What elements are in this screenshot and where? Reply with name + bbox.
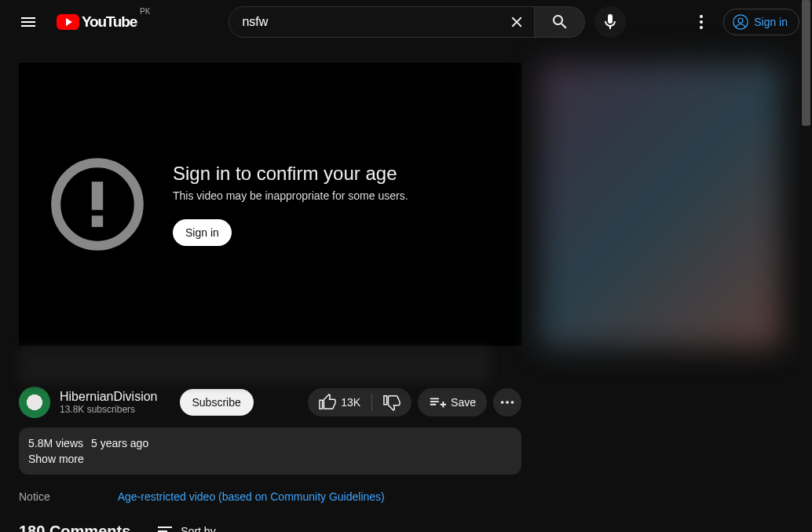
scrollbar-thumb[interactable] [802,0,810,126]
country-code: PK [140,7,150,16]
video-player: Sign in to confirm your age This video m… [19,63,521,346]
upload-date: 5 years ago [91,437,148,449]
svg-point-3 [733,15,748,29]
svg-point-8 [501,401,504,404]
user-circle-icon [732,13,749,31]
thumb-down-icon [383,394,401,411]
player-signin-button[interactable]: Sign in [173,219,232,246]
video-actions: 13K Save [308,388,521,416]
search-icon [550,13,569,31]
hamburger-icon [19,13,38,31]
video-title-redacted [19,347,490,383]
masthead: YouTube PK Sign in [0,0,812,44]
subscribe-button[interactable]: Subscribe [180,389,254,416]
signin-button[interactable]: Sign in [723,9,799,35]
related-thumbnail-redacted [540,63,781,347]
channel-name[interactable]: HibernianDivision [60,390,158,404]
sort-icon [155,522,174,532]
search-button[interactable] [535,6,585,38]
more-actions-button[interactable] [493,388,521,416]
svg-point-10 [511,401,514,404]
page-content: Sign in to confirm your age This video m… [0,44,812,532]
like-button[interactable]: 13K [308,388,371,416]
age-gate: Sign in to confirm your age This video m… [173,163,408,246]
svg-point-9 [506,401,509,404]
primary-column: Sign in to confirm your age This video m… [19,63,521,532]
voice-search-button[interactable] [594,6,626,38]
close-icon [508,13,525,31]
playlist-add-icon [429,394,446,411]
age-gate-subtitle: This video may be inappropriate for some… [173,189,408,202]
svg-point-2 [700,26,703,29]
youtube-play-icon [57,14,79,30]
more-vert-icon [692,13,711,31]
youtube-logo[interactable]: YouTube PK [50,13,156,31]
search-box [229,6,535,38]
warning-icon [50,157,144,251]
guide-menu-button[interactable] [13,6,44,38]
svg-rect-6 [92,182,103,210]
video-owner-row: HibernianDivision 13.8K subscribers Subs… [19,387,521,418]
subscriber-count: 13.8K subscribers [60,404,158,415]
sort-comments-button[interactable]: Sort by [155,522,215,532]
video-stats: 5.8M views 5 years ago [28,437,512,449]
comments-header: 180 Comments Sort by [19,522,521,532]
notice-label: Notice [19,490,50,503]
channel-avatar[interactable] [19,387,50,418]
more-horiz-icon [499,394,516,411]
svg-point-4 [738,18,743,23]
mic-icon [601,13,620,31]
like-dislike-pill: 13K [308,388,411,416]
show-more-button[interactable]: Show more [28,453,512,465]
secondary-column [540,63,781,532]
dislike-button[interactable] [372,388,411,416]
age-gate-title: Sign in to confirm your age [173,163,408,185]
notice-row: Notice Age-restricted video (based on Co… [19,490,521,503]
comment-count: 180 Comments [19,523,130,533]
signin-label: Sign in [754,16,788,28]
clear-search-button[interactable] [503,8,531,36]
sort-label: Sort by [181,525,215,532]
save-button[interactable]: Save [418,388,487,416]
svg-rect-7 [92,215,103,226]
header-right: Sign in [686,6,799,38]
age-restricted-link[interactable]: Age-restricted video (based on Community… [118,490,385,503]
description-box[interactable]: 5.8M views 5 years ago Show more [19,427,521,475]
thumb-up-icon [319,394,336,411]
youtube-wordmark: YouTube [82,13,137,31]
svg-point-0 [700,15,703,18]
search-container [229,6,626,38]
save-label: Save [451,396,476,409]
view-count: 5.8M views [28,437,83,449]
svg-point-1 [700,20,703,24]
settings-button[interactable] [686,6,717,38]
channel-info: HibernianDivision 13.8K subscribers [60,390,158,415]
like-count: 13K [341,396,360,409]
scrollbar-track[interactable] [800,0,812,532]
search-input[interactable] [242,15,503,29]
